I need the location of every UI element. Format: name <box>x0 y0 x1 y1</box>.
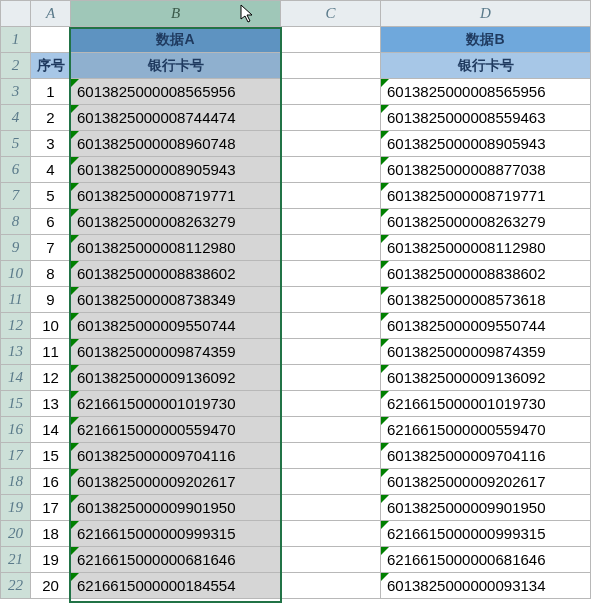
cell-A10[interactable]: 8 <box>31 261 71 287</box>
cell-D18[interactable]: 6013825000009202617 <box>381 469 591 495</box>
cell-D15[interactable]: 6216615000001019730 <box>381 391 591 417</box>
cell-C9[interactable] <box>281 235 381 261</box>
cell-D9[interactable]: 6013825000008112980 <box>381 235 591 261</box>
cell-D2[interactable]: 银行卡号 <box>381 53 591 79</box>
cell-A12[interactable]: 10 <box>31 313 71 339</box>
cell-B15[interactable]: 6216615000001019730 <box>71 391 281 417</box>
cell-A7[interactable]: 5 <box>31 183 71 209</box>
cell-A13[interactable]: 11 <box>31 339 71 365</box>
cell-D16[interactable]: 6216615000000559470 <box>381 417 591 443</box>
cell-B9[interactable]: 6013825000008112980 <box>71 235 281 261</box>
cell-A11[interactable]: 9 <box>31 287 71 313</box>
cell-A5[interactable]: 3 <box>31 131 71 157</box>
cell-C15[interactable] <box>281 391 381 417</box>
cell-B16[interactable]: 6216615000000559470 <box>71 417 281 443</box>
cell-D17[interactable]: 6013825000009704116 <box>381 443 591 469</box>
row-header-15[interactable]: 15 <box>1 391 31 417</box>
cell-B18[interactable]: 6013825000009202617 <box>71 469 281 495</box>
row-header-18[interactable]: 18 <box>1 469 31 495</box>
row-header-5[interactable]: 5 <box>1 131 31 157</box>
cell-D7[interactable]: 6013825000008719771 <box>381 183 591 209</box>
cell-C2[interactable] <box>281 53 381 79</box>
cell-A8[interactable]: 6 <box>31 209 71 235</box>
cell-C22[interactable] <box>281 573 381 599</box>
cell-C1[interactable] <box>281 27 381 53</box>
cell-C21[interactable] <box>281 547 381 573</box>
cell-C17[interactable] <box>281 443 381 469</box>
row-header-10[interactable]: 10 <box>1 261 31 287</box>
cell-A9[interactable]: 7 <box>31 235 71 261</box>
cell-D4[interactable]: 6013825000008559463 <box>381 105 591 131</box>
cell-A1[interactable] <box>31 27 71 53</box>
cell-B12[interactable]: 6013825000009550744 <box>71 313 281 339</box>
cell-D5[interactable]: 6013825000008905943 <box>381 131 591 157</box>
cell-B10[interactable]: 6013825000008838602 <box>71 261 281 287</box>
cell-D8[interactable]: 6013825000008263279 <box>381 209 591 235</box>
row-header-9[interactable]: 9 <box>1 235 31 261</box>
cell-A17[interactable]: 15 <box>31 443 71 469</box>
row-header-16[interactable]: 16 <box>1 417 31 443</box>
cell-A16[interactable]: 14 <box>31 417 71 443</box>
cell-C7[interactable] <box>281 183 381 209</box>
cell-D12[interactable]: 6013825000009550744 <box>381 313 591 339</box>
cell-C5[interactable] <box>281 131 381 157</box>
row-header-3[interactable]: 3 <box>1 79 31 105</box>
row-header-14[interactable]: 14 <box>1 365 31 391</box>
cell-A18[interactable]: 16 <box>31 469 71 495</box>
cell-D10[interactable]: 6013825000008838602 <box>381 261 591 287</box>
cell-C4[interactable] <box>281 105 381 131</box>
cell-C20[interactable] <box>281 521 381 547</box>
spreadsheet-grid[interactable]: A B C D 1数据A数据B2序号银行卡号银行卡号31601382500000… <box>0 0 591 599</box>
row-header-1[interactable]: 1 <box>1 27 31 53</box>
row-header-2[interactable]: 2 <box>1 53 31 79</box>
cell-B1[interactable]: 数据A <box>71 27 281 53</box>
cell-C11[interactable] <box>281 287 381 313</box>
cell-C14[interactable] <box>281 365 381 391</box>
cell-B5[interactable]: 6013825000008960748 <box>71 131 281 157</box>
cell-B11[interactable]: 6013825000008738349 <box>71 287 281 313</box>
cell-B21[interactable]: 6216615000000681646 <box>71 547 281 573</box>
cell-B8[interactable]: 6013825000008263279 <box>71 209 281 235</box>
cell-A20[interactable]: 18 <box>31 521 71 547</box>
row-header-19[interactable]: 19 <box>1 495 31 521</box>
cell-D19[interactable]: 6013825000009901950 <box>381 495 591 521</box>
cell-B2[interactable]: 银行卡号 <box>71 53 281 79</box>
row-header-21[interactable]: 21 <box>1 547 31 573</box>
cell-D14[interactable]: 6013825000009136092 <box>381 365 591 391</box>
cell-A21[interactable]: 19 <box>31 547 71 573</box>
cell-D3[interactable]: 6013825000008565956 <box>381 79 591 105</box>
row-header-13[interactable]: 13 <box>1 339 31 365</box>
cell-D13[interactable]: 6013825000009874359 <box>381 339 591 365</box>
row-header-8[interactable]: 8 <box>1 209 31 235</box>
cell-C19[interactable] <box>281 495 381 521</box>
cell-B22[interactable]: 6216615000000184554 <box>71 573 281 599</box>
cell-A2[interactable]: 序号 <box>31 53 71 79</box>
row-header-4[interactable]: 4 <box>1 105 31 131</box>
row-header-22[interactable]: 22 <box>1 573 31 599</box>
row-header-17[interactable]: 17 <box>1 443 31 469</box>
cell-B19[interactable]: 6013825000009901950 <box>71 495 281 521</box>
row-header-6[interactable]: 6 <box>1 157 31 183</box>
cell-C3[interactable] <box>281 79 381 105</box>
cell-C10[interactable] <box>281 261 381 287</box>
col-header-B[interactable]: B <box>71 1 281 27</box>
cell-B20[interactable]: 6216615000000999315 <box>71 521 281 547</box>
cell-C13[interactable] <box>281 339 381 365</box>
col-header-A[interactable]: A <box>31 1 71 27</box>
cell-B3[interactable]: 6013825000008565956 <box>71 79 281 105</box>
cell-C18[interactable] <box>281 469 381 495</box>
cell-D21[interactable]: 6216615000000681646 <box>381 547 591 573</box>
cell-B6[interactable]: 6013825000008905943 <box>71 157 281 183</box>
cell-A15[interactable]: 13 <box>31 391 71 417</box>
cell-C12[interactable] <box>281 313 381 339</box>
select-all-corner[interactable] <box>1 1 31 27</box>
cell-D6[interactable]: 6013825000008877038 <box>381 157 591 183</box>
cell-B17[interactable]: 6013825000009704116 <box>71 443 281 469</box>
cell-C8[interactable] <box>281 209 381 235</box>
cell-D22[interactable]: 6013825000000093134 <box>381 573 591 599</box>
cell-B4[interactable]: 6013825000008744474 <box>71 105 281 131</box>
cell-A19[interactable]: 17 <box>31 495 71 521</box>
cell-D20[interactable]: 6216615000000999315 <box>381 521 591 547</box>
cell-A6[interactable]: 4 <box>31 157 71 183</box>
row-header-20[interactable]: 20 <box>1 521 31 547</box>
